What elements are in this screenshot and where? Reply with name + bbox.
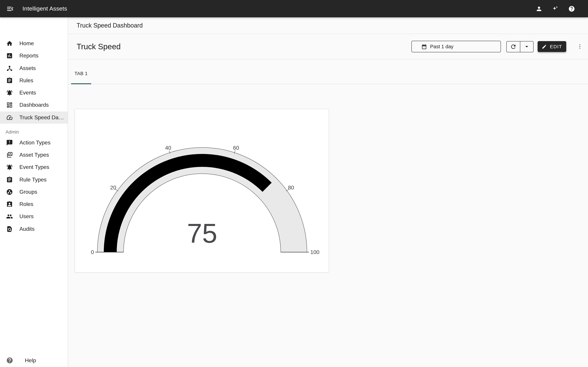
more-options-icon[interactable]	[576, 43, 583, 50]
sidebar-item-home[interactable]: Home	[0, 37, 68, 50]
application-window: Intelligent Assets Home Reports	[0, 0, 588, 367]
refresh-icon	[510, 43, 517, 50]
truck-speed-gauge-chart: 20406080010075	[75, 109, 328, 272]
sidebar-item-label: Dashboards	[19, 102, 52, 108]
group-work-icon	[6, 189, 13, 195]
tab-1[interactable]: TAB 1	[71, 59, 91, 84]
gauge-widget-card: 20406080010075	[75, 109, 329, 273]
svg-text:100: 100	[310, 249, 319, 255]
sidebar-item-label: Action Types	[19, 140, 53, 146]
device-hub-icon	[6, 65, 13, 72]
svg-text:20: 20	[110, 184, 116, 191]
sidebar-item-label: Help	[25, 357, 36, 363]
sidebar-item-rule-types[interactable]: Rule Types	[0, 174, 68, 186]
clipboard-icon	[6, 77, 13, 84]
edit-button[interactable]: EDIT	[538, 41, 566, 52]
sidebar-item-label: Users	[19, 214, 36, 220]
help-icon[interactable]	[568, 5, 575, 12]
bell-icon	[6, 89, 13, 96]
date-range-button[interactable]: Past 1 day	[411, 41, 501, 52]
sidebar-item-events[interactable]: Events	[0, 87, 68, 99]
tab-label: TAB 1	[75, 71, 88, 76]
sparkle-icon[interactable]	[552, 5, 559, 12]
home-icon	[6, 40, 13, 47]
svg-text:60: 60	[233, 145, 239, 151]
sidebar-item-truck-speed-dashboard[interactable]: Truck Speed Das…	[0, 111, 68, 124]
person-icon[interactable]	[536, 5, 542, 12]
sidebar: Home Reports Assets Rules Events Dashboa…	[0, 17, 68, 367]
clipboard-icon	[6, 176, 13, 183]
app-title: Intelligent Assets	[22, 5, 67, 12]
svg-text:80: 80	[288, 184, 294, 191]
main-content: Truck Speed Dashboard Truck Speed Past 1…	[68, 17, 588, 367]
help-circle-icon	[6, 357, 13, 364]
role-badge-icon	[6, 201, 13, 208]
chevron-down-icon	[523, 43, 530, 50]
dashboard-grid-icon	[6, 102, 13, 108]
dashboard-canvas: 20406080010075	[68, 84, 588, 367]
app-bar-actions	[536, 5, 588, 12]
svg-text:75: 75	[187, 218, 217, 248]
sidebar-item-label: Home	[19, 41, 37, 47]
breadcrumb-bar: Truck Speed Dashboard	[68, 17, 588, 34]
sidebar-item-label: Rules	[19, 77, 36, 83]
app-bar: Intelligent Assets	[0, 0, 588, 17]
tab-bar: TAB 1	[68, 59, 588, 84]
sidebar-item-label: Groups	[19, 189, 40, 195]
svg-text:40: 40	[165, 145, 171, 151]
sidebar-item-roles[interactable]: Roles	[0, 198, 68, 210]
pencil-icon	[542, 44, 547, 49]
doc-search-icon	[6, 225, 13, 232]
refresh-options-button[interactable]	[520, 41, 533, 52]
sidebar-item-audits[interactable]: Audits	[0, 223, 68, 235]
breadcrumb: Truck Speed Dashboard	[77, 22, 143, 29]
sidebar-item-asset-types[interactable]: Asset Types	[0, 149, 68, 161]
svg-text:0: 0	[91, 249, 94, 255]
media-frames-icon	[6, 151, 13, 158]
edit-button-label: EDIT	[550, 44, 562, 49]
sidebar-nav: Home Reports Assets Rules Events Dashboa…	[0, 17, 68, 235]
sidebar-item-label: Asset Types	[19, 152, 52, 158]
toolbar-actions: Past 1 day EDIT	[411, 41, 588, 52]
sidebar-item-label: Rule Types	[19, 176, 49, 183]
users-icon	[6, 213, 13, 220]
refresh-button[interactable]	[507, 41, 520, 52]
menu-open-icon[interactable]	[6, 5, 14, 13]
sidebar-item-label: Truck Speed Das…	[19, 114, 68, 120]
sidebar-item-label: Event Types	[19, 164, 52, 170]
calendar-icon	[421, 44, 427, 50]
speedometer-icon	[6, 114, 13, 121]
sidebar-item-label: Reports	[19, 53, 41, 59]
sidebar-item-users[interactable]: Users	[0, 210, 68, 223]
sidebar-item-label: Assets	[19, 65, 38, 71]
sidebar-item-label: Events	[19, 90, 39, 96]
date-range-label: Past 1 day	[430, 44, 453, 49]
page-title: Truck Speed	[77, 42, 121, 51]
sidebar-item-event-types[interactable]: Event Types	[0, 161, 68, 174]
refresh-split-button	[506, 41, 534, 52]
bell-icon	[6, 164, 13, 171]
dashboard-toolbar: Truck Speed Past 1 day EDIT	[68, 34, 588, 59]
sidebar-item-action-types[interactable]: Action Types	[0, 137, 68, 149]
sidebar-item-assets[interactable]: Assets	[0, 62, 68, 75]
sidebar-item-label: Roles	[19, 201, 36, 207]
sidebar-item-dashboards[interactable]: Dashboards	[0, 99, 68, 111]
sidebar-item-help[interactable]: Help	[0, 354, 68, 367]
bar-chart-icon	[6, 52, 13, 59]
announcement-icon	[6, 139, 13, 146]
sidebar-item-label: Audits	[19, 226, 37, 232]
sidebar-item-reports[interactable]: Reports	[0, 50, 68, 62]
sidebar-item-rules[interactable]: Rules	[0, 75, 68, 87]
sidebar-item-groups[interactable]: Groups	[0, 186, 68, 198]
sidebar-section-admin: Admin	[5, 129, 68, 134]
